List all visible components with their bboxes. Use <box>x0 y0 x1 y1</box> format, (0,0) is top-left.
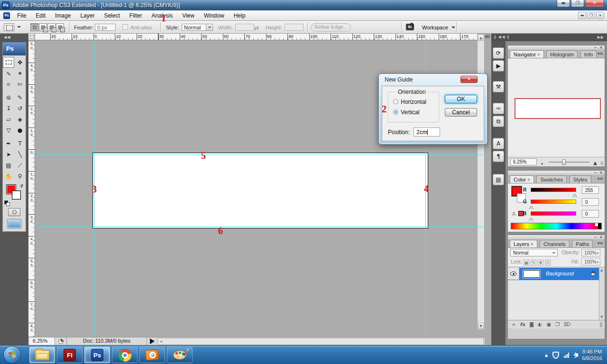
menu-item-layer[interactable]: Layer <box>75 10 99 21</box>
default-colors-icon[interactable] <box>4 200 9 205</box>
zoom-in-icon[interactable]: ▲ <box>593 160 597 165</box>
paragraph-panel-button[interactable]: ¶ <box>493 151 504 162</box>
paint-bucket-tool[interactable]: ◈ <box>14 114 26 125</box>
lock-pixels-icon[interactable]: ✎ <box>531 260 536 265</box>
tab-histogram[interactable]: Histogram <box>546 50 578 58</box>
line-tool[interactable]: ╲ <box>14 149 26 160</box>
width-field[interactable] <box>235 24 254 31</box>
scroll-down-icon[interactable]: ▼ <box>478 323 484 329</box>
screen-mode-button[interactable] <box>7 219 21 228</box>
scroll-up-icon[interactable]: ▲ <box>478 35 484 41</box>
security-shield-icon[interactable] <box>552 352 559 359</box>
actions-panel-button[interactable]: ▶ <box>493 60 504 72</box>
taskbar-google-chrome[interactable] <box>112 347 138 363</box>
swap-dimensions-icon[interactable]: ⇄ <box>254 25 259 31</box>
restore-button[interactable]: ❐ <box>571 0 584 7</box>
ruler-origin-corner[interactable] <box>28 34 35 40</box>
height-field[interactable] <box>285 24 304 31</box>
link-layers-icon[interactable]: ∞ <box>512 322 515 327</box>
taskbar-adobe-flash[interactable]: Fl <box>57 347 83 363</box>
menu-item-filter[interactable]: Filter <box>125 10 147 21</box>
panel-minimize-icon[interactable]: − <box>594 171 597 175</box>
lock-all-icon[interactable]: ⚿ <box>545 260 551 265</box>
anti-alias-checkbox[interactable] <box>122 24 128 30</box>
subtract-from-selection-button[interactable] <box>47 23 55 31</box>
style-dropdown-arrow-icon[interactable] <box>206 24 213 31</box>
spot-healing-brush-tool[interactable]: ⊜ <box>3 92 14 103</box>
tab-navigator[interactable]: Navigator <box>510 50 544 58</box>
workspace-menu[interactable]: Workspace <box>422 25 448 30</box>
doc-close-button[interactable]: ✕ <box>596 12 604 19</box>
navigator-proxy-preview[interactable] <box>515 98 601 119</box>
quick-mask-button[interactable] <box>8 208 20 216</box>
bridge-icon[interactable]: Br <box>406 24 414 30</box>
navigator-zoom-slider[interactable] <box>549 162 589 163</box>
add-to-selection-button[interactable] <box>39 23 47 31</box>
horizontal-scrollbar[interactable] <box>157 338 484 345</box>
layer-comps-panel-button[interactable]: ▤ <box>493 174 504 185</box>
black-swatch[interactable] <box>598 223 601 229</box>
taskbar-screen-capture-app[interactable] <box>139 347 165 363</box>
green-slider-thumb[interactable] <box>529 204 533 209</box>
panel-minimize-icon[interactable]: − <box>594 235 597 239</box>
red-channel-value[interactable]: 255 <box>582 186 599 194</box>
vertical-radio[interactable] <box>393 109 398 115</box>
layer-visibility-cell[interactable] <box>508 267 519 280</box>
crop-tool[interactable]: ⌗ <box>3 79 14 90</box>
blue-channel-slider[interactable] <box>531 211 576 216</box>
menu-item-file[interactable]: File <box>12 10 31 21</box>
doc-restore-button[interactable]: ❐ <box>587 12 595 19</box>
green-channel-value[interactable]: 0 <box>582 198 599 206</box>
menu-item-window[interactable]: Window <box>199 10 229 21</box>
close-button[interactable]: ✕ <box>585 0 604 7</box>
position-input[interactable]: 2cm <box>414 127 440 136</box>
taskbar-adobe-photoshop[interactable]: Ps <box>84 347 110 363</box>
layers-scrollbar[interactable]: ▲ ▼ <box>599 267 605 320</box>
panel-minimize-icon[interactable]: − <box>594 46 597 50</box>
workspace-arrow-icon[interactable] <box>451 27 455 30</box>
status-zoom-field[interactable]: 6.25% <box>29 337 55 345</box>
character-panel-button[interactable]: A <box>493 138 504 149</box>
volume-icon[interactable] <box>574 353 577 358</box>
current-tool-icon[interactable] <box>4 23 14 31</box>
history-brush-tool[interactable]: ↺ <box>14 103 26 114</box>
swap-colors-icon[interactable]: ⇄ <box>19 183 25 189</box>
dock-expand-icon[interactable]: ▶▶ <box>598 34 604 41</box>
tab-swatches[interactable]: Swatches <box>536 175 567 183</box>
status-doc-info[interactable]: Doc: 110.3M/0 bytes <box>66 337 147 345</box>
dialog-close-button[interactable]: ✕ <box>460 76 478 83</box>
panel-close-icon[interactable]: × <box>599 235 603 239</box>
zoom-tool[interactable]: ⚲ <box>14 171 26 182</box>
move-tool[interactable]: ✥ <box>14 57 26 68</box>
path-selection-tool[interactable]: ➤ <box>3 149 14 160</box>
tab-paths[interactable]: Paths <box>572 240 593 248</box>
horizontal-guide-bottom[interactable] <box>35 227 484 227</box>
eyedropper-tool[interactable]: ⟋ <box>14 160 26 171</box>
history-panel-button[interactable]: ⟳ <box>493 47 504 59</box>
taskbar-paint-app[interactable] <box>167 347 193 363</box>
tab-color[interactable]: Color <box>510 175 534 183</box>
status-flyout-arrow-icon[interactable] <box>150 338 157 344</box>
lasso-tool[interactable]: ∿ <box>3 68 14 79</box>
menu-item-edit[interactable]: Edit <box>31 10 50 21</box>
dodge-tool[interactable]: ● <box>14 125 26 136</box>
new-selection-button[interactable] <box>30 23 38 31</box>
adjustment-layer-icon[interactable]: ◐ <box>538 322 543 327</box>
add-mask-icon[interactable]: ◙ <box>529 322 534 327</box>
horizontal-radio[interactable] <box>393 99 398 104</box>
tool-preset-arrow-icon[interactable] <box>17 26 21 30</box>
new-layer-icon[interactable]: ❐ <box>555 322 560 327</box>
notes-tool[interactable]: ▤ <box>3 160 14 171</box>
tray-expand-icon[interactable]: ▲ <box>545 353 548 357</box>
resize-grip-icon[interactable]: ⣿ <box>600 161 603 165</box>
navigator-zoom-field[interactable]: 6.25% <box>510 158 537 165</box>
panel-menu-icon[interactable]: ▾≡ <box>598 241 603 246</box>
cancel-button[interactable]: Cancel <box>445 108 477 117</box>
new-group-icon[interactable]: ▣ <box>547 322 551 327</box>
network-signal-icon[interactable] <box>564 353 569 358</box>
rectangular-marquee-tool[interactable] <box>3 57 14 68</box>
lock-position-icon[interactable]: ✥ <box>538 260 543 265</box>
ruler-top[interactable]: 2010010203040506070809010011012013014015… <box>35 34 484 40</box>
start-button[interactable] <box>3 346 21 364</box>
toolbox-collapse-icon[interactable]: ◀◀ <box>0 34 28 41</box>
